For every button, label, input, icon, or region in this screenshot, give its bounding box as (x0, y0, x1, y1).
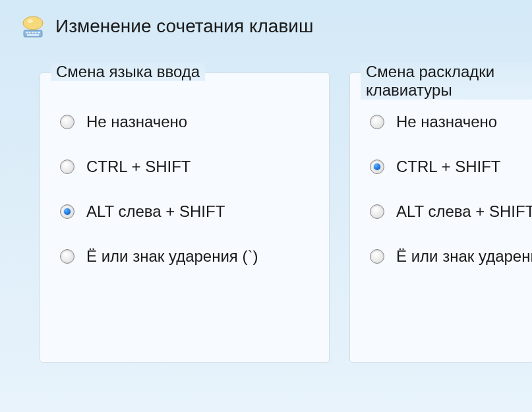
radio-option-ctrl-shift[interactable]: CTRL + SHIFT (60, 158, 309, 176)
group-input-language-title: Смена языка ввода (51, 63, 205, 81)
radio-label: Ё или знак ударения (`) (396, 247, 532, 266)
svg-rect-3 (26, 32, 28, 34)
radio-label: Не назначено (86, 113, 187, 131)
radio-option-layout-not-assigned[interactable]: Не назначено (370, 113, 514, 131)
radio-indicator (60, 160, 74, 174)
group-keyboard-layout: Смена раскладки клавиатуры Не назначено … (349, 73, 532, 363)
dialog-title: Изменение сочетания клавиш (55, 16, 313, 37)
radio-label: CTRL + SHIFT (396, 158, 500, 176)
radio-label: ALT слева + SHIFT (86, 202, 225, 221)
svg-rect-7 (38, 32, 40, 34)
radio-indicator (370, 115, 384, 129)
group-input-language: Смена языка ввода Не назначено CTRL + SH… (40, 73, 330, 363)
content-area: Смена языка ввода Не назначено CTRL + SH… (0, 59, 532, 363)
radio-option-layout-ctrl-shift[interactable]: CTRL + SHIFT (370, 158, 514, 176)
radio-option-grave-accent[interactable]: Ё или знак ударения (`) (60, 247, 309, 266)
svg-rect-4 (29, 32, 31, 34)
radio-indicator (60, 204, 74, 219)
group-keyboard-layout-title: Смена раскладки клавиатуры (361, 63, 532, 100)
radio-label: Ё или знак ударения (`) (86, 247, 258, 266)
keyboard-language-icon (20, 13, 46, 40)
radio-label: CTRL + SHIFT (86, 158, 191, 176)
radio-indicator (370, 249, 384, 264)
svg-rect-5 (32, 32, 34, 34)
radio-option-layout-grave-accent[interactable]: Ё или знак ударения (`) (370, 247, 514, 266)
radio-option-alt-left-shift[interactable]: ALT слева + SHIFT (60, 202, 309, 221)
svg-point-0 (23, 16, 43, 30)
radio-indicator (370, 204, 384, 219)
svg-rect-6 (35, 32, 37, 34)
radio-indicator (60, 249, 74, 264)
radio-option-not-assigned[interactable]: Не назначено (60, 113, 309, 131)
radio-indicator (370, 160, 384, 174)
radio-label: Не назначено (396, 113, 497, 131)
svg-rect-8 (27, 34, 39, 36)
radio-indicator (60, 115, 74, 129)
dialog-header: Изменение сочетания клавиш (0, 0, 532, 59)
svg-point-1 (28, 19, 33, 23)
radio-option-layout-alt-left-shift[interactable]: ALT слева + SHIFT (370, 202, 514, 221)
radio-label: ALT слева + SHIFT (396, 202, 532, 221)
